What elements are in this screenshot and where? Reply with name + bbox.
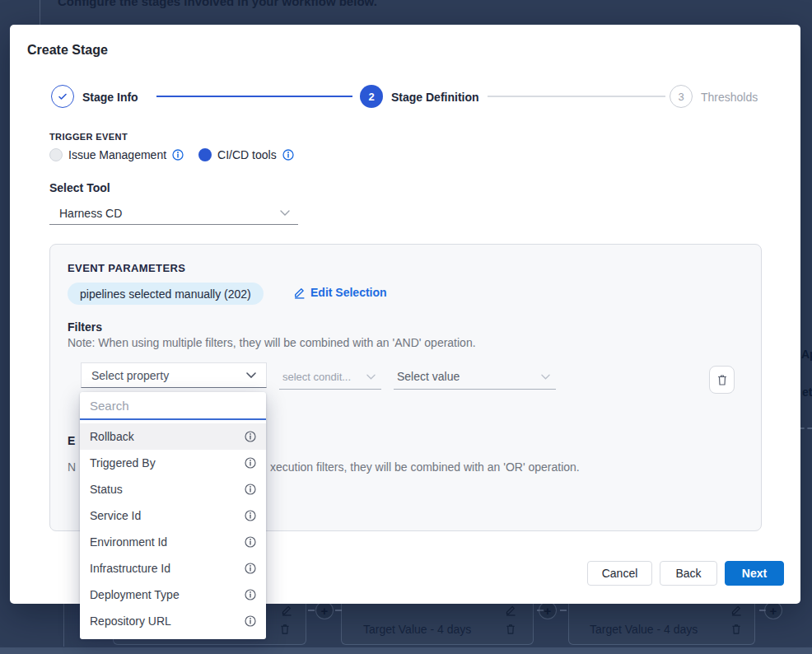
- radio-issue-management[interactable]: [49, 148, 63, 161]
- step-upcoming-indicator: 3: [670, 85, 693, 108]
- stepper-connector: [488, 96, 665, 97]
- target-value-label: Target Value - 4 days: [363, 623, 471, 636]
- background-connector: [308, 610, 315, 611]
- trash-icon: [279, 623, 292, 636]
- property-option-label: Environment Id: [90, 535, 167, 549]
- background-connector: [560, 610, 567, 611]
- stepper-connector: [156, 96, 352, 97]
- delete-filter-button[interactable]: [709, 366, 735, 394]
- step-active-indicator: 2: [360, 85, 383, 108]
- cancel-button[interactable]: Cancel: [587, 561, 652, 586]
- property-option-label: Repository URL: [90, 614, 171, 628]
- property-option[interactable]: Status: [80, 476, 266, 502]
- trash-icon: [730, 623, 744, 636]
- radio-label[interactable]: Issue Management: [68, 148, 166, 161]
- target-value-label: Target Value - 4 days: [590, 623, 698, 636]
- edit-icon: [281, 605, 294, 618]
- condition-select[interactable]: select condit...: [279, 364, 381, 390]
- property-option-label: Infrastructure Id: [90, 562, 170, 575]
- info-icon[interactable]: [245, 510, 256, 521]
- property-select-placeholder: Select property: [91, 369, 169, 382]
- info-icon[interactable]: [245, 536, 256, 548]
- search-input[interactable]: [90, 399, 256, 413]
- radio-label[interactable]: CI/CD tools: [217, 148, 277, 161]
- tool-select-value: Harness CD: [59, 207, 122, 220]
- selection-chip: pipelines selected manually (202): [68, 283, 264, 305]
- property-option-label: Triggered By: [90, 456, 156, 469]
- value-select-placeholder: Select value: [397, 370, 460, 383]
- property-option-label: Service Id: [90, 509, 141, 522]
- modal-title: Create Stage: [27, 43, 108, 58]
- create-stage-modal: Create Stage Stage Info 2 Stage Definiti…: [10, 25, 800, 604]
- next-button[interactable]: Next: [725, 561, 784, 586]
- info-icon[interactable]: [245, 589, 256, 600]
- check-icon: [57, 91, 68, 102]
- execution-filters-note-fragment: N: [68, 460, 76, 474]
- background-page-heading: Configure the stages involved in your wo…: [58, 0, 377, 8]
- add-stage-button: +: [315, 601, 334, 619]
- value-select[interactable]: Select value: [394, 364, 556, 390]
- background-card-edge: [63, 604, 64, 647]
- property-option[interactable]: Deployment Type: [80, 582, 266, 608]
- info-icon[interactable]: [245, 431, 256, 442]
- dropdown-search[interactable]: [80, 392, 266, 420]
- tool-select[interactable]: Harness CD: [49, 202, 298, 225]
- property-option[interactable]: Triggered By: [80, 450, 266, 476]
- background-fragment: et: [802, 385, 812, 399]
- property-option-label: Rollback: [90, 430, 134, 443]
- property-select[interactable]: Select property: [81, 362, 267, 388]
- execution-filters-heading-fragment: E: [68, 434, 75, 447]
- trash-icon: [505, 623, 518, 636]
- event-parameters-title: EVENT PARAMETERS: [68, 262, 185, 274]
- property-option-list: RollbackTriggered ByStatusService IdEnvi…: [80, 420, 266, 634]
- background-bottom-bar: [0, 647, 812, 654]
- info-icon[interactable]: [245, 615, 256, 627]
- step-number: 3: [678, 91, 684, 103]
- info-icon[interactable]: [245, 457, 256, 469]
- property-option[interactable]: Rollback: [80, 423, 266, 450]
- edit-icon: [730, 605, 744, 618]
- property-option-label: Status: [90, 483, 123, 496]
- info-icon[interactable]: [245, 483, 256, 495]
- step-stage-info[interactable]: Stage Info: [82, 91, 138, 104]
- property-option[interactable]: Service Id: [80, 502, 266, 529]
- trigger-event-label: TRIGGER EVENT: [49, 132, 128, 142]
- step-number: 2: [368, 91, 374, 103]
- step-stage-definition[interactable]: Stage Definition: [391, 91, 479, 104]
- info-icon[interactable]: [245, 563, 256, 574]
- filters-title: Filters: [68, 320, 102, 334]
- add-stage-button: +: [539, 601, 557, 619]
- chevron-down-icon: [280, 210, 290, 216]
- info-icon[interactable]: [172, 149, 184, 161]
- edit-selection-label: Edit Selection: [310, 286, 387, 299]
- info-icon[interactable]: [282, 149, 294, 161]
- step-thresholds[interactable]: Thresholds: [701, 91, 758, 104]
- trash-icon: [716, 373, 728, 386]
- step-complete-indicator: [51, 85, 74, 108]
- background-dashed-line: [800, 427, 812, 429]
- edit-selection-link[interactable]: Edit Selection: [293, 286, 387, 299]
- property-option[interactable]: Infrastructure Id: [80, 555, 266, 582]
- edit-icon: [505, 605, 518, 618]
- background-fragment: Ap: [801, 348, 812, 361]
- back-button[interactable]: Back: [660, 561, 717, 586]
- add-stage-button: +: [764, 601, 782, 619]
- property-option[interactable]: Environment Id: [80, 529, 266, 555]
- execution-filters-note-fragment: xecution filters, they will be combined …: [270, 460, 580, 474]
- edit-icon: [293, 287, 306, 299]
- condition-select-placeholder: select condit...: [282, 371, 351, 383]
- property-option-label: Deployment Type: [90, 588, 180, 601]
- chevron-down-icon: [366, 374, 376, 380]
- chevron-down-icon: [246, 372, 256, 378]
- chevron-down-icon: [541, 374, 551, 380]
- background-divider: [40, 0, 40, 25]
- select-tool-label: Select Tool: [49, 181, 110, 194]
- property-dropdown: RollbackTriggered ByStatusService IdEnvi…: [80, 392, 266, 639]
- property-option[interactable]: Repository URL: [80, 608, 266, 634]
- filters-note: Note: When using multiple filters, they …: [68, 336, 476, 349]
- radio-cicd-tools[interactable]: [198, 148, 212, 161]
